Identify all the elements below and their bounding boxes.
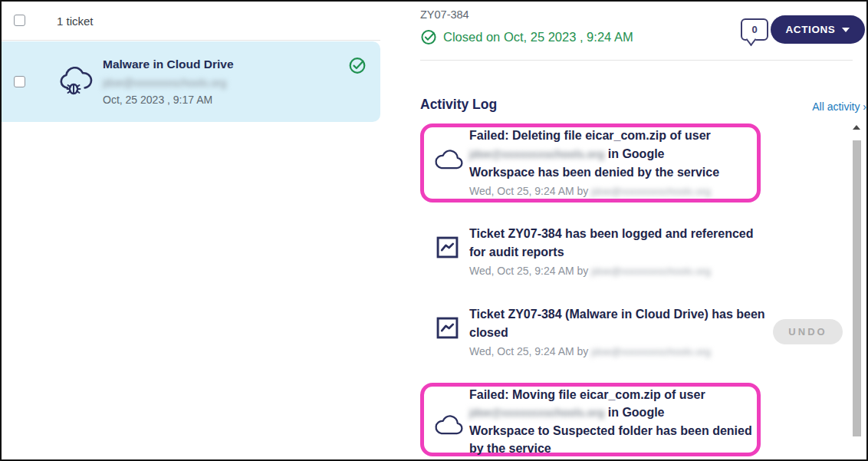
closed-check-icon: [420, 28, 437, 45]
actions-label: ACTIONS: [786, 24, 836, 35]
cloud-icon: [432, 413, 465, 438]
closed-check-icon: [348, 56, 367, 74]
audit-chart-icon: [436, 236, 459, 258]
activity-text: Failed: Deleting file eicar_com.zip of u…: [469, 127, 758, 182]
status-row: Closed on Oct, 25 2023 , 9:24 AM: [420, 28, 633, 45]
closed-status-text: Closed on Oct, 25 2023 , 9:24 AM: [443, 30, 633, 44]
activity-timestamp: Wed, Oct 25, 9:24 AM by jdoe@xxxxxxxscho…: [469, 345, 776, 357]
activity-text: Ticket ZY07-384 has been logged and refe…: [469, 225, 776, 262]
redacted-email: jdoe@xxxxxxxschools.org: [591, 186, 711, 197]
cloud-icon: [432, 148, 465, 173]
redacted-email: jdoe@xxxxxxxschools.org: [469, 145, 604, 163]
redacted-email: jdoe@xxxxxxxschools.org: [591, 265, 711, 277]
scroll-up-arrow-icon[interactable]: [853, 125, 860, 130]
audit-chart-icon: [436, 317, 459, 339]
all-activity-link[interactable]: All activity ›: [790, 100, 866, 113]
ticket-timestamp: Oct, 25 2023 , 9:17 AM: [103, 94, 212, 106]
scrollbar-thumb[interactable]: [853, 140, 861, 436]
activity-text: Ticket ZY07-384 (Malware in Cloud Drive)…: [469, 305, 776, 342]
header-divider: [420, 60, 853, 61]
activity-entry: Ticket ZY07-384 has been logged and refe…: [469, 225, 776, 277]
app-window: 1 ticket Malware in Cloud Drive jdoe@xxx…: [0, 0, 868, 461]
undo-button[interactable]: UNDO: [773, 319, 843, 344]
ticket-title: Malware in Cloud Drive: [103, 58, 234, 71]
activity-timestamp: Wed, Oct 25, 9:24 AM by jdoe@xxxxxxxscho…: [469, 185, 758, 197]
ticket-list-item[interactable]: Malware in Cloud Drive jdoe@xxxxxxxschoo…: [2, 41, 380, 122]
select-all-checkbox[interactable]: [14, 15, 25, 26]
activity-timestamp: Wed, Oct 25, 9:24 AM by jdoe@xxxxxxxscho…: [469, 265, 776, 277]
redacted-email: jdoe@xxxxxxxschools.org: [103, 77, 226, 89]
chevron-down-icon: [842, 28, 850, 32]
activity-scrollbar[interactable]: [851, 120, 862, 461]
activity-entry: Ticket ZY07-384 (Malware in Cloud Drive)…: [469, 305, 776, 357]
left-header-divider: [2, 40, 380, 41]
activity-text: Failed: Moving file eicar_com.zip of use…: [469, 386, 758, 457]
activity-entry: Failed: Moving file eicar_com.zip of use…: [469, 386, 758, 457]
redacted-email: jdoe@xxxxxxxschools.org: [469, 404, 604, 422]
ticket-id: ZY07-384: [420, 8, 469, 21]
cloud-malware-icon: [57, 67, 94, 99]
comments-button[interactable]: 0: [741, 18, 768, 41]
comment-count: 0: [751, 24, 757, 35]
ticket-count-label: 1 ticket: [57, 15, 94, 28]
redacted-email: jdoe@xxxxxxxschools.org: [591, 346, 711, 357]
actions-button[interactable]: ACTIONS: [771, 15, 865, 44]
ticket-checkbox[interactable]: [14, 76, 25, 87]
activity-entry: Failed: Deleting file eicar_com.zip of u…: [469, 127, 758, 197]
activity-log-title: Activity Log: [420, 97, 497, 113]
